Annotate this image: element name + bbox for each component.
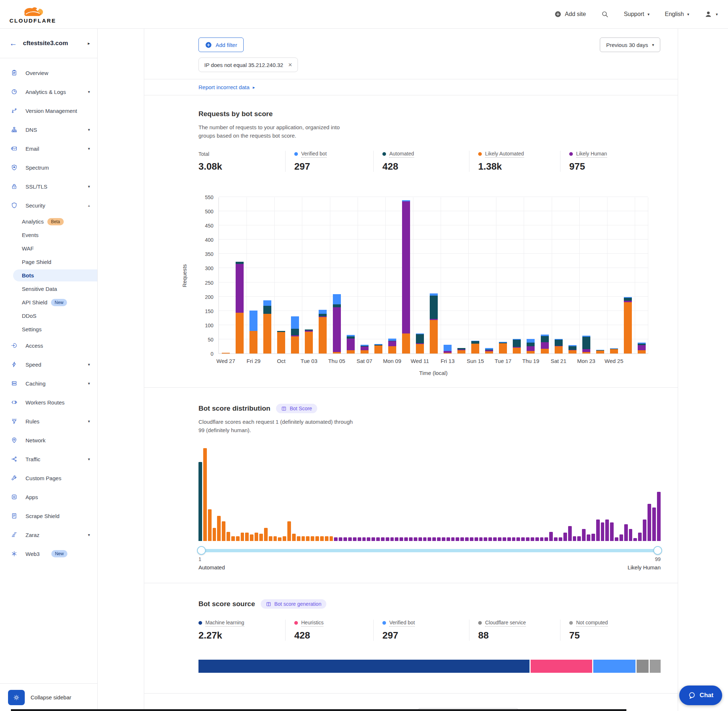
hist-bar-score-94[interactable] bbox=[633, 538, 637, 541]
source-segment-machine-learning[interactable] bbox=[198, 660, 530, 673]
hist-bar-score-8[interactable] bbox=[231, 536, 235, 541]
hist-bar-score-76[interactable] bbox=[549, 532, 553, 541]
sidebar-item-speed[interactable]: Speed▾ bbox=[0, 355, 97, 374]
hist-bar-score-83[interactable] bbox=[582, 529, 586, 541]
bot-score-generation-badge[interactable]: Bot score generation bbox=[261, 599, 326, 609]
hist-bar-score-69[interactable] bbox=[517, 537, 520, 541]
sidebar-subitem-api-shield[interactable]: API ShieldNew bbox=[0, 296, 97, 309]
sidebar-item-network[interactable]: Network bbox=[0, 431, 97, 450]
hist-bar-score-1[interactable] bbox=[198, 462, 202, 541]
sidebar-subitem-settings[interactable]: Settings bbox=[0, 323, 97, 336]
hist-bar-score-31[interactable] bbox=[339, 537, 342, 541]
stacked-bar-day-14[interactable] bbox=[402, 200, 410, 354]
stacked-bar-day-26[interactable] bbox=[569, 345, 576, 354]
chat-button[interactable]: Chat bbox=[679, 686, 722, 705]
filter-chip[interactable]: IP does not equal 35.212.240.32 × bbox=[198, 58, 298, 72]
hist-bar-score-84[interactable] bbox=[587, 534, 590, 541]
hist-bar-score-49[interactable] bbox=[423, 537, 427, 541]
hist-bar-score-96[interactable] bbox=[643, 519, 647, 541]
add-site-button[interactable]: Add site bbox=[554, 10, 586, 18]
search-button[interactable] bbox=[601, 10, 608, 18]
hist-bar-score-32[interactable] bbox=[343, 537, 347, 541]
stacked-bar-day-7[interactable] bbox=[305, 329, 313, 354]
hist-bar-score-28[interactable] bbox=[325, 536, 328, 541]
sidebar-subitem-events[interactable]: Events bbox=[0, 228, 97, 242]
hist-bar-score-20[interactable] bbox=[287, 521, 291, 541]
stacked-bar-day-12[interactable] bbox=[374, 344, 382, 354]
hist-bar-score-82[interactable] bbox=[577, 536, 581, 541]
language-menu[interactable]: English ▾ bbox=[665, 11, 689, 18]
sidebar-item-rules[interactable]: Rules▾ bbox=[0, 412, 97, 431]
hist-bar-score-45[interactable] bbox=[404, 537, 408, 541]
hist-bar-score-41[interactable] bbox=[386, 537, 389, 541]
hist-bar-score-3[interactable] bbox=[208, 509, 211, 541]
stacked-bar-day-16[interactable] bbox=[430, 294, 438, 354]
source-segment-verified-bot[interactable] bbox=[593, 660, 635, 673]
stacked-bar-day-5[interactable] bbox=[277, 331, 285, 354]
stat-label-text[interactable]: Heuristics bbox=[301, 620, 323, 627]
sidebar-item-scrape-shield[interactable]: Scrape Shield bbox=[0, 506, 97, 525]
stacked-bar-day-1[interactable] bbox=[222, 353, 230, 354]
hist-bar-score-95[interactable] bbox=[638, 533, 642, 541]
support-menu[interactable]: Support ▾ bbox=[624, 11, 650, 18]
stat-label-text[interactable]: Machine learning bbox=[205, 620, 244, 627]
hist-bar-score-85[interactable] bbox=[591, 534, 595, 541]
sidebar-item-custom-pages[interactable]: Custom Pages bbox=[0, 469, 97, 487]
hist-bar-score-72[interactable] bbox=[531, 537, 534, 541]
hist-bar-score-87[interactable] bbox=[601, 522, 604, 541]
hist-bar-score-16[interactable] bbox=[269, 536, 272, 541]
chevron-right-icon[interactable]: ▸ bbox=[88, 41, 90, 46]
stacked-bar-day-23[interactable] bbox=[527, 339, 535, 354]
stacked-bar-day-24[interactable] bbox=[541, 335, 549, 354]
hist-bar-score-12[interactable] bbox=[250, 534, 254, 541]
sidebar-subitem-waf[interactable]: WAF bbox=[0, 242, 97, 255]
stacked-bar-day-10[interactable] bbox=[347, 335, 355, 354]
hist-bar-score-90[interactable] bbox=[615, 537, 619, 541]
sidebar-subitem-bots[interactable]: Bots bbox=[13, 269, 97, 282]
sidebar-subitem-analytics[interactable]: AnalyticsBeta bbox=[0, 215, 97, 228]
site-header[interactable]: ← cftestsite3.com ▸ bbox=[0, 29, 97, 58]
hist-bar-score-21[interactable] bbox=[292, 534, 296, 541]
stat-label-text[interactable]: Likely Human bbox=[576, 151, 607, 158]
slider-track[interactable] bbox=[198, 549, 661, 552]
stacked-bar-day-18[interactable] bbox=[458, 348, 465, 354]
hist-bar-score-10[interactable] bbox=[241, 533, 244, 541]
stacked-bar-day-3[interactable] bbox=[250, 311, 257, 354]
hist-bar-score-44[interactable] bbox=[400, 537, 403, 541]
slider-handle-min[interactable] bbox=[197, 546, 206, 555]
stat-label-text[interactable]: Not computed bbox=[576, 620, 608, 627]
date-range-dropdown[interactable]: Previous 30 days ▾ bbox=[600, 37, 660, 52]
hist-bar-score-58[interactable] bbox=[465, 537, 469, 541]
hist-bar-score-36[interactable] bbox=[362, 537, 366, 541]
hist-bar-score-30[interactable] bbox=[334, 537, 338, 541]
sidebar-item-overview[interactable]: Overview bbox=[0, 63, 97, 82]
hist-bar-score-91[interactable] bbox=[619, 534, 623, 541]
gear-button[interactable] bbox=[8, 690, 25, 705]
hist-bar-score-35[interactable] bbox=[357, 537, 361, 541]
hist-bar-score-59[interactable] bbox=[470, 537, 473, 541]
hist-bar-score-25[interactable] bbox=[311, 536, 314, 541]
hist-bar-score-42[interactable] bbox=[390, 537, 394, 541]
hist-bar-score-54[interactable] bbox=[446, 537, 450, 541]
stacked-bar-day-15[interactable] bbox=[416, 333, 424, 354]
hist-bar-score-70[interactable] bbox=[521, 537, 525, 541]
hist-bar-score-56[interactable] bbox=[456, 537, 459, 541]
hist-bar-score-9[interactable] bbox=[236, 536, 240, 541]
stacked-bar-day-4[interactable] bbox=[263, 300, 271, 354]
hist-bar-score-51[interactable] bbox=[432, 537, 436, 541]
stacked-bar-day-21[interactable] bbox=[499, 342, 507, 354]
hist-bar-score-57[interactable] bbox=[460, 537, 464, 541]
account-menu[interactable]: ▾ bbox=[704, 10, 718, 18]
sidebar-item-security[interactable]: Security▴ bbox=[0, 196, 97, 215]
sidebar-item-zaraz[interactable]: Zaraz▾ bbox=[0, 525, 97, 544]
hist-bar-score-81[interactable] bbox=[573, 536, 576, 541]
hist-bar-score-40[interactable] bbox=[381, 537, 385, 541]
hist-bar-score-37[interactable] bbox=[367, 537, 371, 541]
hist-bar-score-26[interactable] bbox=[315, 536, 319, 541]
score-range-slider[interactable] bbox=[198, 546, 661, 555]
hist-bar-score-39[interactable] bbox=[376, 537, 380, 541]
hist-bar-score-62[interactable] bbox=[484, 537, 487, 541]
hist-bar-score-66[interactable] bbox=[502, 537, 506, 541]
hist-bar-score-5[interactable] bbox=[217, 516, 221, 541]
hist-bar-score-53[interactable] bbox=[442, 537, 445, 541]
